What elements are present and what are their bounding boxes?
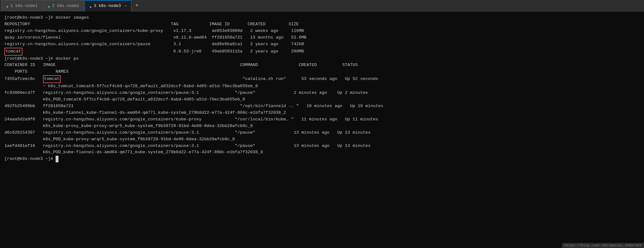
container-row-1: fc93060ecd7f registry.cn-hangzhou.aliyun…	[4, 90, 640, 96]
tab2-dot: ●	[48, 4, 50, 7]
tab3-close[interactable]: ✕	[125, 4, 127, 8]
tab3-dot: ●	[89, 5, 92, 7]
tab-k8s-node2[interactable]: ● 2 k8s-node2	[43, 0, 84, 11]
status-url: https://blog.csdn.net/weixin_34067359	[564, 244, 641, 247]
ps-header-2: PORTS NAMES	[4, 69, 640, 75]
new-tab-button[interactable]: +	[132, 0, 142, 11]
image-row-2: registry.cn-hangzhou.aliyuncs.com/google…	[4, 41, 640, 48]
tab-k8s-node1[interactable]: ● 1 k8s-node1	[1, 0, 42, 11]
tab1-dot: ●	[6, 4, 9, 7]
container-row-1-names: k8s_POD_tomcat6-5f7ccf4cb9-qn728_default…	[4, 96, 640, 103]
tab3-label: 3 k8s-node3	[94, 3, 121, 8]
prompt1: [root@k8s-node3 ~]# docker images	[4, 15, 89, 20]
tab-k8s-node3[interactable]: ● 3 k8s-node3 ✕	[85, 0, 131, 11]
tab-bar: ● 1 k8s-node1 ● 2 k8s-node2 ● 3 k8s-node…	[0, 0, 644, 11]
docker-ps-prompt: [root@k8s-node3 ~]# docker ps	[4, 56, 640, 62]
tab2-label: 2 k8s-node2	[52, 3, 79, 8]
container-row-0: 7455afceec6c tomcat "catalina.sh run" 53…	[4, 75, 640, 83]
container-row-4-names: k8s_POD_kube-proxy-wrqr5_kube-system_f9b…	[4, 136, 640, 143]
images-header: REPOSITORY TAG IMAGE ID CREATED SIZE	[4, 21, 640, 28]
container-row-2: 492fb25499bb ff281650a721 "/opt/bin/flan…	[4, 103, 640, 110]
container-row-4: d6c620154397 registry.cn-hangzhou.aliyun…	[4, 130, 640, 136]
tomcat-highlight-images: tomcat	[4, 48, 22, 56]
tomcat-name-dot: •	[43, 84, 46, 88]
final-prompt[interactable]: [root@k8s-node3 ~]#	[4, 156, 640, 162]
tomcat-highlight-ps: tomcat	[43, 75, 61, 83]
terminal: [root@k8s-node3 ~]# docker images REPOSI…	[0, 11, 644, 248]
tab1-label: 1 k8s-node1	[10, 3, 38, 8]
ps-header-1: CONTAINER ID IMAGE COMMAND CREATED STATU…	[4, 62, 640, 69]
image-row-1: quay.io/coreos/flannel v0.11.0-amd64 ff2…	[4, 34, 640, 41]
docker-images-prompt: [root@k8s-node3 ~]# docker images	[4, 15, 640, 21]
container-row-3-names: k8s_kube-proxy_kube-proxy-wrqr5_kube-sys…	[4, 123, 640, 130]
container-row-5-names: k8s_POD_kube-flannel-ds-amd64-qm77l_kube…	[4, 149, 640, 156]
image-row-3-tomcat: tomcat 6.0.53-jre8 49ab0583115a 2 years …	[4, 48, 640, 56]
image-row-0: registry.cn-hangzhou.aliyuncs.com/google…	[4, 28, 640, 34]
status-bar: https://blog.csdn.net/weixin_34067359	[562, 243, 644, 248]
container-row-5: 1aefd481ef16 registry.cn-hangzhou.aliyun…	[4, 143, 640, 149]
container-row-3: 24aaa5d2a9f0 registry.cn-hangzhou.aliyun…	[4, 116, 640, 123]
container-row-0-names: • k8s_tomcat_tomcat6-5f7ccf4cb9-qn728_de…	[4, 83, 640, 90]
container-row-2-names: k8s_kube-flannel_kube-flannel-ds-amd64-q…	[4, 110, 640, 116]
